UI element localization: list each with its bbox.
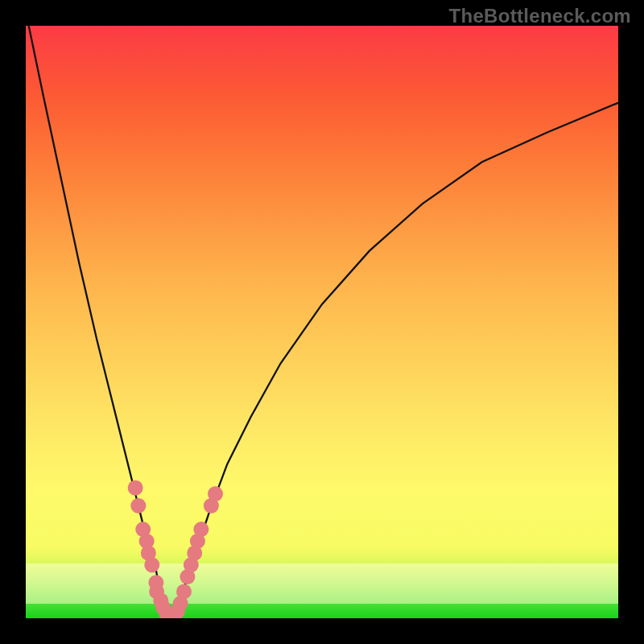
highlight-band xyxy=(26,564,618,604)
data-marker xyxy=(193,522,208,537)
data-marker xyxy=(190,534,205,549)
data-marker xyxy=(184,557,199,572)
data-marker xyxy=(180,569,195,584)
data-marker xyxy=(159,607,175,618)
data-marker xyxy=(155,600,171,615)
bottleneck-curve-svg xyxy=(26,26,618,618)
data-marker xyxy=(176,584,192,599)
data-marker xyxy=(141,546,156,561)
data-marker xyxy=(139,534,155,549)
chart-frame: TheBottleneck.com xyxy=(0,0,644,644)
data-marker xyxy=(162,609,177,618)
data-marker xyxy=(173,596,188,611)
watermark-text: TheBottleneck.com xyxy=(449,5,631,27)
data-marker xyxy=(204,498,219,514)
data-marker xyxy=(153,592,168,608)
data-marker xyxy=(128,481,143,496)
data-marker xyxy=(187,546,202,561)
data-marker xyxy=(149,584,164,599)
marker-group xyxy=(128,481,223,618)
data-marker xyxy=(170,604,185,618)
data-marker xyxy=(208,486,223,502)
bottleneck-curve xyxy=(29,26,618,618)
data-marker xyxy=(135,522,151,537)
plot-area xyxy=(26,26,618,618)
data-marker xyxy=(167,608,182,618)
data-marker xyxy=(144,557,159,572)
data-marker xyxy=(148,575,163,590)
data-marker xyxy=(130,498,146,514)
